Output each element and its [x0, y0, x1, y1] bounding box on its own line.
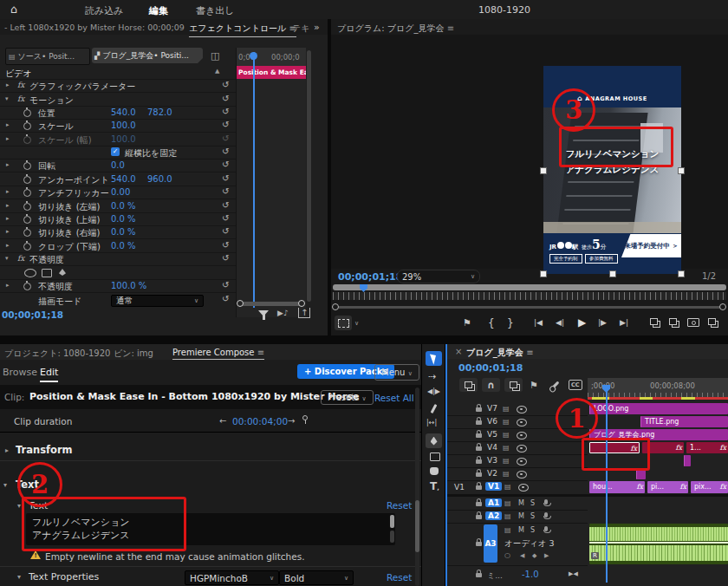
stopwatch-icon[interactable] — [23, 203, 31, 211]
track-header-a3[interactable]: A3 ▤ M S オーディオ 3 ○ ◀ ◆ ▶ — [447, 523, 588, 566]
reset-icon[interactable]: ↺ — [222, 173, 229, 183]
clip-v1-1[interactable]: hou...fx — [589, 481, 645, 493]
zoom-level-dropdown[interactable]: 29% ∨ — [397, 270, 480, 283]
track-name-badge[interactable]: V1 — [485, 482, 502, 491]
ec-row-graphic-params[interactable]: ▸ fx グラフィックパラメーター ↺ — [0, 79, 236, 93]
tab-edit-sub[interactable]: Edit — [40, 367, 58, 382]
expander-icon[interactable]: ▸ — [6, 121, 10, 128]
reset-icon[interactable]: ↺ — [222, 240, 229, 250]
track-header-v1[interactable]: V1 V1 ▤ — [447, 480, 588, 495]
hand-tool-icon[interactable] — [430, 467, 439, 475]
pen-mask-icon[interactable] — [59, 269, 66, 276]
ec-row-video-header[interactable]: ビデオ ▲ — [0, 66, 236, 80]
nest-toggle-button[interactable] — [459, 378, 478, 392]
reset-icon[interactable]: ↺ — [222, 107, 229, 116]
param-value[interactable]: 782.0 — [147, 107, 172, 117]
expander-icon[interactable]: ▸ — [6, 188, 10, 195]
ec-playhead-marker[interactable] — [250, 52, 257, 60]
lock-icon[interactable] — [476, 459, 482, 464]
reset-icon[interactable]: ↺ — [222, 120, 229, 129]
volume-line[interactable] — [589, 542, 728, 544]
reset-icon[interactable]: ↺ — [222, 80, 229, 89]
pin-duration-icon[interactable] — [302, 415, 308, 420]
ec-timecode[interactable]: 00;00;01;18 — [2, 309, 63, 320]
track-name-badge[interactable]: A2 — [485, 511, 502, 520]
track-header-v5[interactable]: V5 ▤ — [447, 428, 588, 442]
blend-mode-dropdown[interactable]: 通常 ∨ — [111, 295, 204, 307]
param-value[interactable]: 100.0 — [111, 120, 136, 130]
text-input-area[interactable]: フルリノベマンション アナグラムレジデンス — [26, 513, 395, 545]
param-value[interactable]: 100.0 % — [111, 281, 146, 290]
panel-divider-horizontal[interactable] — [0, 335, 728, 344]
rect-mask-icon[interactable] — [42, 269, 52, 277]
reset-icon[interactable]: ↺ — [222, 160, 229, 169]
track-select-tool-icon[interactable]: ⇢ — [428, 371, 436, 382]
font-weight-dropdown[interactable]: Bold ∨ — [279, 570, 354, 585]
track-output-eye-icon[interactable] — [517, 419, 527, 426]
track-header-v2[interactable]: V2 ▤ — [447, 467, 588, 481]
panel-menu-icon[interactable]: ≡ — [257, 348, 264, 357]
param-value[interactable]: 960.0 — [147, 174, 172, 184]
source-patch-icon[interactable]: ▤ — [504, 499, 511, 507]
safe-margins-button[interactable] — [335, 316, 352, 330]
voiceover-record-icon[interactable] — [544, 512, 548, 518]
step-forward-icon[interactable]: |▶ — [598, 318, 607, 327]
expander-icon[interactable]: ▾ — [17, 573, 21, 581]
step-back-icon[interactable]: ◀| — [556, 318, 564, 327]
playback-resolution[interactable]: 1/2 — [702, 271, 716, 281]
source-track-v1[interactable]: V1 — [454, 483, 465, 492]
voiceover-record-icon[interactable] — [544, 499, 548, 505]
ec-playhead-line[interactable] — [253, 52, 255, 308]
fx-badge-icon[interactable]: fx — [17, 94, 24, 103]
tab-import[interactable]: 読み込み — [85, 4, 124, 17]
ec-source-tab[interactable]: ▤ ソース• Posit... — [5, 48, 90, 65]
clip-v2-small[interactable] — [636, 468, 646, 479]
mute-button[interactable]: M — [518, 526, 524, 534]
source-patch-icon[interactable]: ▤ — [503, 457, 510, 465]
tab-export[interactable]: 書き出し — [196, 4, 235, 17]
track-name[interactable]: V3 — [487, 456, 497, 465]
master-volume-value[interactable]: -1.0 — [522, 570, 539, 579]
reset-icon[interactable]: ↺ — [222, 280, 229, 290]
goto-in-icon[interactable]: |◀ — [534, 318, 543, 327]
solo-button[interactable]: S — [530, 512, 535, 520]
export-icon[interactable]: ↑ — [298, 308, 310, 318]
master-track-label[interactable]: ミ... — [487, 570, 503, 582]
ec-sequence-tab[interactable]: ▞ ブログ_見学会• Positi... — [92, 48, 203, 63]
expander-icon[interactable]: ▸ — [6, 242, 10, 249]
master-track-row[interactable]: ミ... -1.0 ▶◀ — [447, 567, 588, 583]
track-output-eye-icon[interactable] — [517, 471, 527, 479]
track-header-a2[interactable]: A2 ▤ M S — [447, 510, 588, 524]
lock-icon[interactable] — [476, 502, 482, 506]
expander-icon[interactable]: ▸ — [6, 215, 10, 222]
uniform-scale-checkbox[interactable]: ✓ — [111, 147, 120, 156]
tab-premiere-compose[interactable]: Premiere Compose ≡ — [172, 348, 264, 360]
param-value[interactable]: 0.0 — [111, 160, 125, 170]
reset-icon[interactable]: ↺ — [222, 226, 229, 236]
program-playhead-marker[interactable] — [360, 284, 367, 292]
stopwatch-icon[interactable] — [23, 216, 31, 224]
expander-icon[interactable]: ▾ — [3, 481, 7, 489]
clip-v4-2[interactable]: fx — [642, 442, 684, 453]
goto-out-icon[interactable]: ▶| — [620, 318, 628, 327]
linked-selection-button[interactable] — [504, 378, 523, 392]
scrollbar-handle-left[interactable] — [237, 300, 244, 307]
timeline-settings-icon[interactable] — [551, 381, 560, 390]
tab-bin[interactable]: ビン: img — [114, 348, 153, 360]
mute-button[interactable]: M — [518, 512, 524, 520]
close-tab-icon[interactable]: × — [455, 347, 462, 356]
ripple-edit-tool-icon[interactable]: ◀|▶ — [427, 387, 440, 395]
stopwatch-icon[interactable] — [23, 176, 31, 184]
stopwatch-icon[interactable] — [23, 283, 31, 290]
source-patch-icon[interactable]: ▤ — [503, 418, 510, 426]
stopwatch-icon[interactable] — [23, 122, 31, 130]
clip-v4-3[interactable]: 1...fx — [686, 442, 728, 453]
video-preview-frame[interactable]: ⌂ ANAGRAM HOUSE フルリノベマンション アナグラムレジデンス JR — [543, 66, 681, 274]
reset-icon[interactable]: ↺ — [222, 94, 229, 103]
type-tool-icon[interactable]: T, — [430, 480, 439, 492]
ec-vertical-scrollbar[interactable] — [307, 50, 311, 302]
solo-button[interactable]: S — [530, 499, 535, 507]
expander-icon[interactable]: ▸ — [5, 446, 9, 454]
track-header-v4[interactable]: V4 ▤ — [447, 441, 588, 455]
solo-button[interactable]: S — [530, 526, 535, 534]
